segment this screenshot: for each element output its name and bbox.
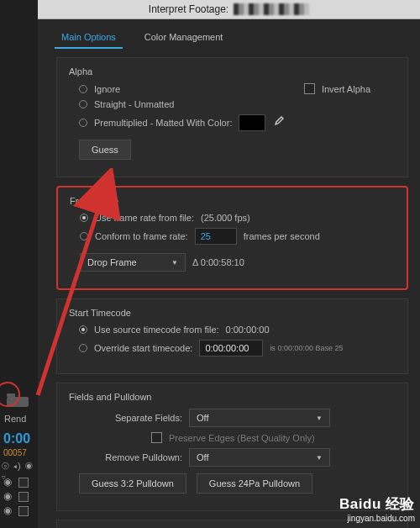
use-file-framerate-radio[interactable] xyxy=(80,214,88,222)
alpha-ignore-label: Ignore xyxy=(94,84,120,94)
chevron-down-icon: ▼ xyxy=(171,259,178,267)
eyedropper-icon[interactable] xyxy=(272,116,286,129)
alpha-straight-row: Straight - Unmatted xyxy=(69,99,397,109)
override-tc-input[interactable] xyxy=(199,340,263,356)
chevron-down-icon: ▼ xyxy=(316,454,323,462)
alpha-panel: Alpha Ignore Invert Alpha Straight - Unm… xyxy=(56,57,408,177)
use-file-framerate-row: Use frame rate from file: (25.000 fps) xyxy=(70,213,396,223)
matte-color-swatch[interactable] xyxy=(239,114,265,131)
separate-fields-value: Off xyxy=(197,413,208,423)
remove-pulldown-label: Remove Pulldown: xyxy=(69,452,182,462)
preserve-edges-checkbox[interactable] xyxy=(151,432,162,443)
alpha-ignore-radio[interactable] xyxy=(79,85,87,93)
separate-fields-label: Separate Fields: xyxy=(69,413,182,423)
dialog-title: Interpret Footage: xyxy=(149,3,228,15)
invert-alpha-label: Invert Alpha xyxy=(322,84,370,94)
svg-rect-1 xyxy=(7,393,15,397)
fields-pulldown-panel: Fields and Pulldown Separate Fields: Off… xyxy=(56,383,408,511)
conform-framerate-input[interactable] xyxy=(195,228,237,245)
use-source-tc-radio[interactable] xyxy=(79,325,87,334)
start-timecode-panel: Start Timecode Use source timecode from … xyxy=(56,298,408,374)
dialog-title-filename-redacted xyxy=(234,3,309,15)
left-framecount: 00057 xyxy=(3,448,27,457)
conform-framerate-unit: frames per second xyxy=(244,231,320,241)
use-source-tc-value: 0:00:00:00 xyxy=(226,325,270,335)
frame-rate-title: Frame Rate xyxy=(70,196,396,206)
remove-pulldown-dropdown[interactable]: Off ▼ xyxy=(189,448,330,467)
alpha-premult-row: Premultiplied - Matted With Color: xyxy=(69,114,397,131)
watermark-brand: Baidu 经验 xyxy=(339,494,415,514)
use-file-framerate-value: (25.000 fps) xyxy=(201,213,250,223)
dialog-titlebar: Interpret Footage: xyxy=(38,0,420,19)
start-timecode-title: Start Timecode xyxy=(69,308,397,318)
override-tc-note: is 0:00:00:00 Base 25 xyxy=(270,344,343,352)
tab-color-management[interactable]: Color Management xyxy=(138,28,230,49)
use-source-tc-label: Use source timecode from file: xyxy=(94,325,219,335)
use-file-framerate-label: Use frame rate from file: xyxy=(95,213,194,223)
layer-eye-row-2[interactable]: ◉ xyxy=(3,490,32,503)
conform-framerate-label: Conform to frame rate: xyxy=(95,231,188,241)
duration-delta: Δ 0:00:58:10 xyxy=(192,257,244,267)
tab-main-options[interactable]: Main Options xyxy=(55,28,123,49)
left-rend-label: Rend xyxy=(4,414,26,424)
bin-icon xyxy=(5,392,32,409)
drop-frame-value: Drop Frame xyxy=(87,257,137,267)
separate-fields-dropdown[interactable]: Off ▼ xyxy=(189,409,330,427)
conform-framerate-radio[interactable] xyxy=(80,232,88,240)
project-panel-strip: Rend 0:00 00057 ⦾ ◂) ◉ ▿ ◉ ◉ ◉ xyxy=(0,0,39,528)
svg-rect-0 xyxy=(7,397,29,407)
override-tc-radio[interactable] xyxy=(79,344,87,352)
remove-pulldown-value: Off xyxy=(197,452,208,462)
guess-24pa-pulldown-button[interactable]: Guess 24Pa Pulldown xyxy=(197,473,312,494)
alpha-guess-button[interactable]: Guess xyxy=(79,140,131,160)
interpret-footage-dialog: Interpret Footage: Main Options Color Ma… xyxy=(38,0,420,528)
guess-32-pulldown-button[interactable]: Guess 3:2 Pulldown xyxy=(79,473,186,494)
alpha-straight-label: Straight - Unmatted xyxy=(94,99,174,109)
watermark-url: jingyan.baidu.com xyxy=(339,514,415,523)
alpha-title: Alpha xyxy=(69,66,397,77)
alpha-straight-radio[interactable] xyxy=(79,100,87,108)
drop-frame-dropdown[interactable]: Drop Frame ▼ xyxy=(80,253,186,272)
alpha-ignore-row: Ignore Invert Alpha xyxy=(69,83,397,94)
layer-eye-row-3[interactable]: ◉ xyxy=(3,504,32,517)
left-timecode[interactable]: 0:00 xyxy=(3,431,30,446)
frame-rate-panel: Frame Rate Use frame rate from file: (25… xyxy=(56,186,408,290)
fields-pulldown-title: Fields and Pulldown xyxy=(69,392,397,402)
watermark: Baidu 经验 jingyan.baidu.com xyxy=(339,494,415,523)
conform-framerate-row: Conform to frame rate: frames per second xyxy=(70,228,396,245)
chevron-down-icon: ▼ xyxy=(316,414,323,422)
override-tc-label: Override start timecode: xyxy=(94,343,192,353)
layer-eye-row-1[interactable]: ◉ xyxy=(3,476,32,488)
override-tc-row: Override start timecode: is 0:00:00:00 B… xyxy=(69,340,397,356)
dialog-tabs: Main Options Color Management xyxy=(38,19,420,49)
alpha-premult-label: Premultiplied - Matted With Color: xyxy=(94,118,232,128)
invert-alpha-checkbox[interactable] xyxy=(304,83,315,94)
preserve-edges-label: Preserve Edges (Best Quality Only) xyxy=(169,433,315,443)
alpha-premult-radio[interactable] xyxy=(79,119,87,127)
use-source-tc-row: Use source timecode from file: 0:00:00:0… xyxy=(69,325,397,335)
